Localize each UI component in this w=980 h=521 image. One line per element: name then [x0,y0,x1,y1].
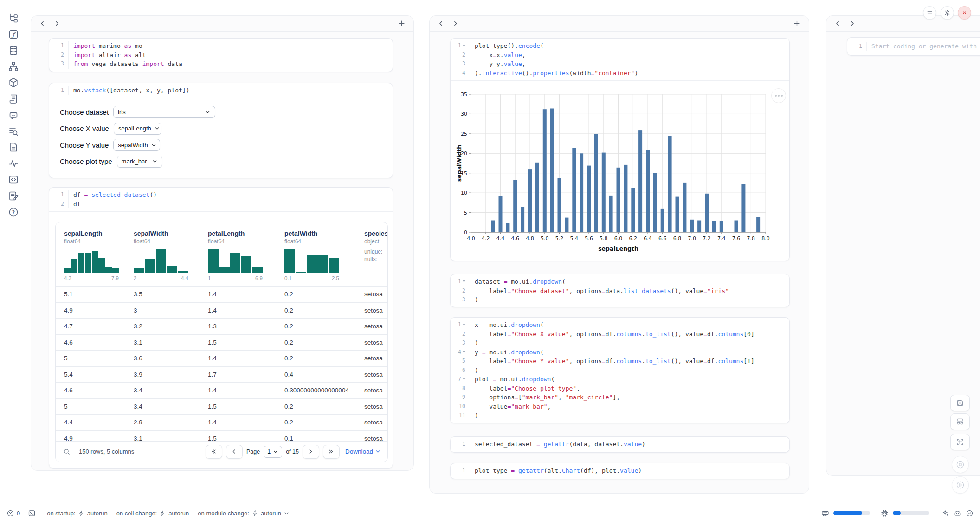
add-cell-icon[interactable] [793,20,801,27]
cell-plot-type[interactable]: 1plot_type = getattr(alt.Chart(df), plot… [450,463,790,479]
next-page-button[interactable] [303,445,319,459]
cell-xy-plot-dropdowns[interactable]: 1x = mo.ui.dropdown(2 label="Choose X va… [450,317,790,423]
stop-kernel-button[interactable] [952,456,969,473]
functions-icon[interactable] [8,29,19,40]
table-row[interactable]: 4.63.41.40.30000000000000004setosa [56,382,387,398]
code-line[interactable]: 3) [451,295,789,305]
runtime-toggle[interactable]: on module change:autorun [198,510,290,517]
chart-actions-button[interactable] [771,88,786,103]
code-line[interactable]: 11) [451,411,789,420]
code-line[interactable]: 2 label="Choose X value", options=df.col… [451,330,789,339]
dropdown-select[interactable]: iris [113,106,215,118]
page-select[interactable]: 1 [264,446,282,458]
code-line[interactable]: 1plot_type = getattr(alt.Chart(df), plot… [451,466,789,475]
dropdown-select[interactable]: mark_bar [117,156,162,168]
table-row[interactable]: 53.61.40.2setosa [56,350,387,366]
cell-empty[interactable]: 1 Start coding or generate with AI [847,37,980,56]
code-line[interactable]: 9 options=["mark_bar", "mark_circle"], [451,393,789,402]
layout-toggle-button[interactable] [950,413,970,430]
code-line[interactable]: 2 x=x.value, [451,51,789,60]
runtime-toggle[interactable]: on cell change:autorun [116,510,189,517]
code-editor[interactable]: 1mo.vstack([dataset, x, y, plot]) [49,83,393,98]
command-palette-button[interactable] [950,434,970,450]
table-row[interactable]: 4.931.40.2setosa [56,302,387,319]
code-line[interactable]: 1dataset = mo.ui.dropdown( [451,277,789,287]
scratchpad-icon[interactable] [8,190,19,202]
code-line[interactable]: 6) [451,366,789,375]
terminal-icon[interactable] [28,509,36,517]
settings-button[interactable] [941,6,954,20]
table-row[interactable]: 5.13.51.40.2setosa [56,286,387,302]
code-line[interactable]: 1plot_type().encode( [451,41,789,51]
dropdown-select[interactable]: sepalLength [114,123,161,135]
column-header[interactable]: petalWidthfloat640.12.5 [276,229,356,281]
column-header[interactable]: petalLengthfloat6416.9 [200,229,276,281]
code-line[interactable]: 3) [451,339,789,348]
search-icon[interactable] [63,448,71,456]
add-cell-icon[interactable] [398,20,406,27]
ai-sparkle-button[interactable] [941,509,949,517]
column-header[interactable]: sepalWidthfloat6424.4 [125,229,200,281]
cell-imports[interactable]: 1import marimo as mo2import altair as al… [49,38,393,72]
table-row[interactable]: 4.42.91.40.2setosa [56,414,387,430]
move-column-left-icon[interactable] [834,20,841,27]
editor-placeholder[interactable]: Start coding or generate with AI [866,42,980,51]
run-all-button[interactable] [952,476,969,494]
code-line[interactable]: 1df = selected_dataset() [49,190,393,200]
generate-with-ai-link[interactable]: generate [929,43,959,50]
code-line[interactable]: 8 label="Choose plot type", [451,384,789,393]
cell-dataset-dropdown[interactable]: 1dataset = mo.ui.dropdown(2 label="Choos… [450,274,790,307]
code-line[interactable]: 1import marimo as mo [49,41,393,51]
code-line[interactable]: 1mo.vstack([dataset, x, y, plot]) [49,86,393,95]
packages-icon[interactable] [8,77,19,88]
code-line[interactable]: 7plot = mo.ui.dropdown( [451,375,789,384]
tracing-icon[interactable] [8,158,19,169]
shutdown-button[interactable] [958,6,971,20]
search-icon[interactable] [8,126,19,137]
code-editor[interactable]: 1selected_dataset = getattr(data, datase… [451,437,789,452]
ai-chat-icon[interactable] [8,110,19,121]
cell-vstack[interactable]: 1mo.vstack([dataset, x, y, plot]) Choose… [49,83,393,178]
code-line[interactable]: 10 value="mark_bar", [451,402,789,411]
code-line[interactable]: 1x = mo.ui.dropdown( [451,320,789,330]
prev-page-button[interactable] [226,445,243,459]
save-button[interactable] [950,395,970,411]
code-line[interactable]: 1selected_dataset = getattr(data, datase… [451,440,789,449]
file-explorer-icon[interactable] [8,13,19,24]
code-line[interactable]: 2df [49,200,393,209]
move-column-right-icon[interactable] [849,20,856,27]
code-line[interactable]: 3from vega_datasets import data [49,59,393,69]
move-column-left-icon[interactable] [438,20,445,27]
code-editor[interactable]: 1plot_type = getattr(alt.Chart(df), plot… [451,463,789,478]
notebook-menu-button[interactable] [923,6,936,20]
copilot-button[interactable] [954,509,961,517]
logs-icon[interactable] [8,93,19,104]
errors-indicator[interactable]: 0 [6,509,20,517]
help-icon[interactable] [8,207,19,218]
column-header[interactable]: sepalLengthfloat644.37.9 [56,229,125,281]
connection-status-icon[interactable] [966,509,974,517]
download-button[interactable]: Download [345,448,381,455]
cell-selected-dataset[interactable]: 1selected_dataset = getattr(data, datase… [450,436,790,453]
code-line[interactable]: 3 y=y.value, [451,59,789,69]
code-editor[interactable]: 1x = mo.ui.dropdown(2 label="Choose X va… [451,318,789,423]
code-line[interactable]: 2 label="Choose dataset", options=data.l… [451,287,789,296]
code-line[interactable]: 2import altair as alt [49,51,393,60]
code-line[interactable]: 4).interactive().properties(width="conta… [451,69,789,78]
snippets-icon[interactable] [8,174,19,185]
last-page-button[interactable] [323,445,340,459]
table-row[interactable]: 53.41.50.2setosa [56,398,387,415]
code-line[interactable]: 4y = mo.ui.dropdown( [451,348,789,357]
table-row[interactable]: 5.43.91.70.4setosa [56,366,387,383]
runtime-toggle[interactable]: on startup:autorun [47,510,108,517]
dependencies-icon[interactable] [8,61,19,72]
code-editor[interactable]: 1dataset = mo.ui.dropdown(2 label="Choos… [451,274,789,307]
datasources-icon[interactable] [8,45,19,56]
code-editor[interactable]: 1plot_type().encode(2 x=x.value,3 y=y.va… [451,39,789,80]
code-editor[interactable]: 1import marimo as mo2import altair as al… [49,39,393,72]
move-column-right-icon[interactable] [53,20,60,27]
table-row[interactable]: 4.63.11.50.2setosa [56,334,387,351]
move-column-right-icon[interactable] [452,20,459,27]
documentation-icon[interactable] [8,142,19,153]
first-page-button[interactable] [206,445,222,459]
